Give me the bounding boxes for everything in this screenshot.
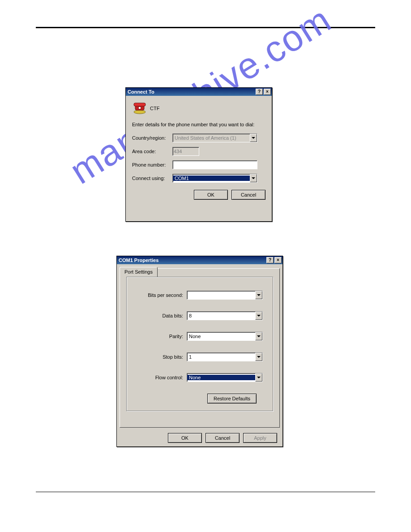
stop-bits-select[interactable]: 1	[187, 352, 263, 361]
tab-panel: Bits per second: Data bits: 8 Parity:	[120, 268, 280, 428]
dropdown-icon[interactable]	[255, 332, 262, 340]
bits-per-second-label: Bits per second:	[135, 292, 187, 298]
settings-groupbox: Bits per second: Data bits: 8 Parity:	[126, 277, 273, 411]
dialog-body: CTF Enter details for the phone number t…	[126, 96, 272, 205]
cancel-button[interactable]: Cancel	[206, 433, 240, 443]
close-button[interactable]: ×	[274, 257, 282, 263]
dropdown-icon[interactable]	[250, 174, 257, 182]
dialog-title: Connect To	[128, 89, 255, 94]
svg-rect-2	[134, 103, 146, 106]
stop-bits-label: Stop bits:	[135, 354, 187, 360]
flow-control-value: None	[187, 375, 255, 380]
phone-label: Phone number:	[132, 162, 172, 167]
flow-control-select[interactable]: None	[187, 373, 263, 382]
phone-icon	[132, 101, 147, 116]
help-button[interactable]: ?	[266, 257, 274, 263]
dropdown-icon[interactable]	[255, 353, 262, 361]
close-button[interactable]: ×	[264, 89, 271, 95]
bits-per-second-select[interactable]	[187, 291, 263, 300]
country-label: Country/region:	[132, 135, 172, 141]
dropdown-icon[interactable]	[255, 373, 262, 382]
dropdown-icon	[250, 134, 257, 142]
phone-input[interactable]	[172, 160, 257, 169]
data-bits-select[interactable]: 8	[187, 311, 263, 320]
apply-button[interactable]: Apply	[243, 433, 277, 443]
connect-using-select[interactable]: COM1	[172, 174, 257, 183]
ok-button[interactable]: OK	[194, 190, 228, 200]
restore-defaults-button[interactable]: Restore Defaults	[207, 394, 257, 403]
title-bar[interactable]: COM1 Properties ? ×	[117, 256, 283, 264]
cancel-button[interactable]: Cancel	[231, 190, 265, 200]
parity-label: Parity:	[135, 334, 187, 339]
help-button[interactable]: ?	[256, 89, 263, 95]
title-bar[interactable]: Connect To ? ×	[126, 88, 272, 96]
connect-to-dialog: Connect To ? × CTF Enter details for the…	[125, 87, 272, 222]
areacode-label: Area code:	[132, 149, 172, 154]
dropdown-icon[interactable]	[255, 312, 262, 320]
connect-using-value: COM1	[173, 176, 250, 181]
data-bits-label: Data bits:	[135, 313, 187, 318]
instruction-text: Enter details for the phone number that …	[132, 122, 265, 127]
data-bits-value: 8	[187, 313, 255, 318]
svg-point-3	[138, 107, 141, 109]
dropdown-icon[interactable]	[255, 291, 262, 299]
device-name: CTF	[150, 106, 159, 111]
areacode-input	[172, 147, 199, 156]
flow-control-label: Flow control:	[135, 375, 187, 380]
dialog-title: COM1 Properties	[119, 257, 265, 263]
page-rule-bottom	[36, 492, 375, 492]
svg-point-0	[134, 110, 146, 114]
parity-select[interactable]: None	[187, 332, 263, 341]
stop-bits-value: 1	[187, 354, 255, 360]
tab-port-settings[interactable]: Port Settings	[120, 267, 158, 277]
page-rule-top	[36, 27, 375, 28]
connect-using-label: Connect using:	[132, 176, 172, 181]
ok-button[interactable]: OK	[168, 433, 202, 443]
country-select: United States of America (1)	[172, 133, 257, 142]
country-value: United States of America (1)	[173, 135, 250, 141]
com1-properties-dialog: COM1 Properties ? × Port Settings Bits p…	[116, 256, 283, 447]
parity-value: None	[187, 334, 255, 339]
